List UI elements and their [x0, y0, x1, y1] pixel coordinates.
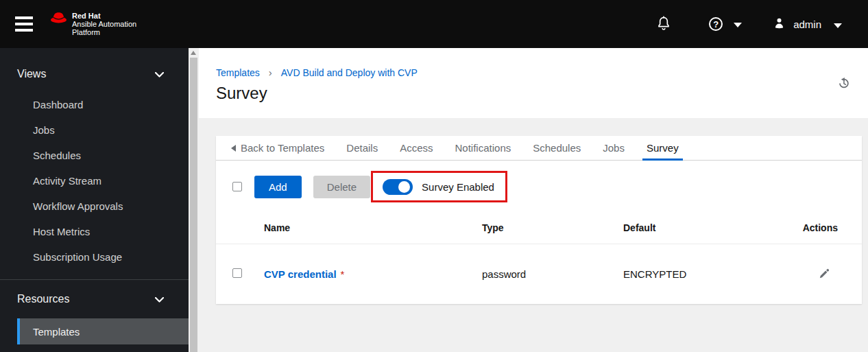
sidebar-item-workflow-approvals[interactable]: Workflow Approvals [0, 193, 189, 219]
sidebar-item-schedules[interactable]: Schedules [0, 143, 189, 168]
main-content: Templates › AVD Build and Deploy with CV… [199, 48, 868, 352]
sidebar-item-jobs[interactable]: Jobs [0, 117, 189, 143]
breadcrumb-link-templates[interactable]: Templates [216, 67, 260, 78]
annotation-highlight-box: Survey Enabled [371, 171, 507, 202]
nav-group-views-label: Views [17, 68, 46, 80]
redhat-fedora-icon [50, 12, 67, 27]
masthead: Red Hat Ansible Automation Platform ? [0, 0, 868, 48]
user-name-label: admin [793, 19, 821, 30]
sidebar-nav: Views Dashboard Jobs Schedules Activity … [0, 48, 189, 352]
tab-label: Survey [647, 142, 679, 154]
tab-survey[interactable]: Survey [636, 136, 690, 160]
select-all-checkbox[interactable] [232, 182, 242, 191]
brand-line1: Red Hat [72, 12, 136, 20]
sidebar-item-subscription-usage[interactable]: Subscription Usage [0, 244, 189, 270]
column-header-name: Name [264, 222, 482, 233]
tab-label: Notifications [455, 142, 511, 154]
tab-label: Access [400, 142, 433, 154]
column-header-type: Type [482, 222, 623, 233]
survey-card: Back to Templates Details Access Notific… [216, 136, 862, 304]
caret-down-icon [834, 19, 842, 30]
brand-line3: Platform [72, 28, 136, 36]
help-icon: ? [709, 17, 723, 31]
cell-type: password [482, 268, 623, 280]
sidebar-item-host-metrics[interactable]: Host Metrics [0, 219, 189, 244]
tab-label: Jobs [603, 142, 625, 154]
nav-group-resources-label: Resources [17, 293, 69, 305]
brand-line2: Ansible Automation [72, 20, 136, 28]
tab-details[interactable]: Details [335, 136, 389, 160]
sidebar-item-activity-stream[interactable]: Activity Stream [0, 168, 189, 193]
tab-label: Schedules [533, 142, 581, 154]
caret-down-icon [734, 19, 742, 30]
tab-back-to-templates[interactable]: Back to Templates [220, 136, 335, 160]
nav-toggle-hamburger-icon[interactable] [15, 16, 33, 32]
survey-enabled-label: Survey Enabled [422, 181, 494, 193]
tab-label: Details [346, 142, 378, 154]
cell-default: ENCRYPTED [623, 268, 786, 280]
user-icon [773, 16, 786, 32]
help-menu-button[interactable]: ? [709, 17, 742, 31]
required-asterisk: * [341, 268, 345, 280]
history-icon [837, 82, 850, 92]
brand-logo: Red Hat Ansible Automation Platform [50, 12, 136, 36]
tab-label: Back to Templates [241, 142, 324, 154]
row-checkbox[interactable] [232, 268, 242, 278]
breadcrumb-separator-icon: › [269, 67, 272, 78]
table-row: CVP credential* password ENCRYPTED [216, 244, 862, 304]
nav-group-views[interactable]: Views [0, 59, 189, 89]
breadcrumb-link-template-name[interactable]: AVD Build and Deploy with CVP [281, 67, 418, 78]
notifications-button[interactable] [657, 16, 671, 33]
survey-enabled-toggle[interactable] [383, 179, 413, 195]
page-header: Templates › AVD Build and Deploy with CV… [199, 48, 868, 118]
toggle-knob [398, 181, 410, 193]
add-button[interactable]: Add [254, 176, 302, 198]
app-window: Red Hat Ansible Automation Platform ? [0, 0, 868, 352]
delete-button[interactable]: Delete [313, 176, 370, 198]
scroll-up-arrow-icon[interactable] [191, 51, 196, 55]
tab-bar: Back to Templates Details Access Notific… [216, 136, 862, 161]
breadcrumb: Templates › AVD Build and Deploy with CV… [216, 67, 868, 78]
history-button[interactable] [837, 77, 850, 92]
sidebar-item-dashboard[interactable]: Dashboard [0, 92, 189, 117]
back-caret-icon [231, 145, 236, 152]
tab-jobs[interactable]: Jobs [592, 136, 636, 160]
edit-question-button[interactable] [819, 268, 830, 281]
tab-schedules[interactable]: Schedules [522, 136, 592, 160]
pencil-icon [819, 271, 830, 281]
chevron-down-icon [155, 68, 164, 80]
column-header-actions: Actions [786, 222, 862, 233]
nav-group-resources[interactable]: Resources [0, 280, 189, 318]
user-menu-button[interactable]: admin [773, 16, 842, 32]
chevron-down-icon [155, 293, 164, 305]
scrollbar-thumb[interactable] [190, 58, 197, 352]
survey-toolbar: Add Delete Survey Enabled [216, 161, 862, 212]
tab-notifications[interactable]: Notifications [444, 136, 522, 160]
column-header-default: Default [623, 222, 786, 233]
page-title: Survey [216, 84, 868, 103]
sidebar-item-templates[interactable]: Templates [17, 318, 189, 344]
table-header-row: Name Type Default Actions [216, 212, 862, 244]
survey-question-link[interactable]: CVP credential [264, 268, 337, 280]
bell-icon [657, 16, 671, 33]
tab-access[interactable]: Access [389, 136, 444, 160]
vertical-scrollbar[interactable] [189, 48, 199, 352]
